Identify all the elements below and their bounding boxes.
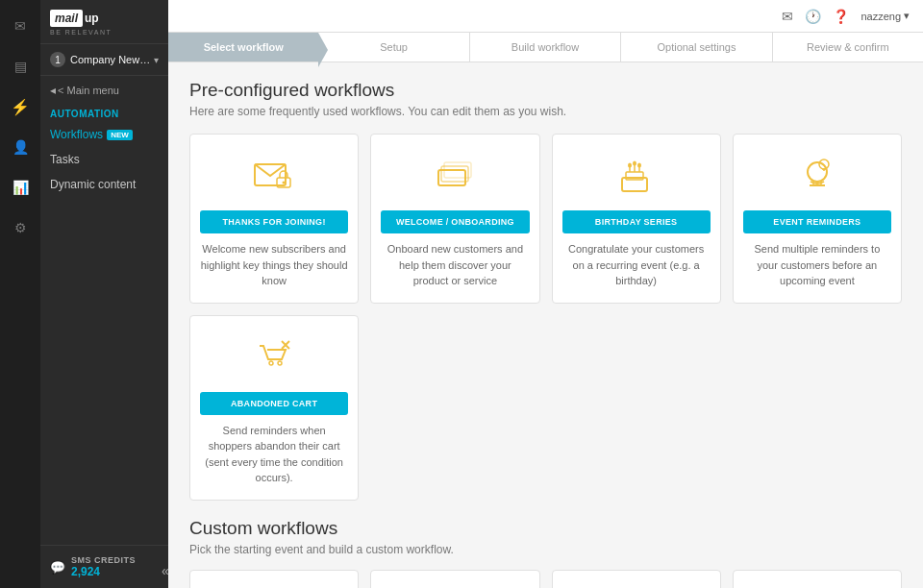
card-desc-cart: Send reminders when shoppers abandon the… bbox=[200, 423, 348, 486]
icon-user[interactable]: 👤 bbox=[0, 127, 40, 167]
user-name: nazzeng bbox=[861, 11, 901, 22]
icon-envelope[interactable]: ✉ bbox=[0, 6, 40, 46]
preconfigured-subtitle: Here are some frequently used workflows.… bbox=[189, 105, 902, 118]
card-icon-birthday bbox=[612, 148, 661, 201]
step-label-3: Build workflow bbox=[511, 41, 579, 53]
custom-card-date[interactable]: 31 bbox=[189, 570, 359, 589]
btn-event-reminders[interactable]: EVENT REMINDERS bbox=[743, 210, 891, 233]
custom-card-user-icon: ★ bbox=[615, 584, 658, 589]
svg-point-22 bbox=[278, 361, 282, 365]
company-name: Company Newsletter bbox=[70, 54, 154, 65]
top-bar: ✉ 🕐 ❓ nazzeng ▾ bbox=[168, 0, 923, 33]
user-menu[interactable]: nazzeng ▾ bbox=[861, 10, 910, 22]
card-desc-event: Send multiple reminders to your customer… bbox=[743, 241, 891, 289]
company-selector[interactable]: 1 Company Newsletter ▾ bbox=[40, 44, 168, 76]
icon-automation[interactable]: ⚡ bbox=[0, 86, 40, 127]
sidebar-item-dynamic[interactable]: Dynamic content bbox=[40, 172, 168, 197]
icon-chart[interactable]: 📊 bbox=[0, 167, 40, 208]
btn-thanks-for-joining[interactable]: THANKS FOR JOINING! bbox=[200, 210, 348, 233]
step-label-1: Select workflow bbox=[204, 41, 284, 53]
preconfigured-cards-row2: ABANDONED CART Send reminders when shopp… bbox=[189, 315, 902, 501]
step-review-confirm[interactable]: Review & confirm bbox=[773, 33, 923, 61]
sms-icon: 💬 bbox=[50, 560, 65, 575]
custom-card-email-event[interactable] bbox=[370, 570, 539, 589]
topbar-help-icon[interactable]: ❓ bbox=[833, 9, 849, 24]
icon-gear[interactable]: ⚙ bbox=[0, 208, 40, 248]
content-area: Pre-configured workflows Here are some f… bbox=[168, 62, 923, 588]
custom-card-user-event[interactable]: ★ bbox=[552, 570, 721, 589]
step-label-5: Review & confirm bbox=[807, 41, 889, 53]
svg-point-2 bbox=[283, 181, 286, 184]
topbar-envelope-icon[interactable]: ✉ bbox=[782, 9, 793, 24]
svg-point-12 bbox=[633, 160, 636, 165]
custom-card-group-event[interactable] bbox=[733, 570, 902, 589]
svg-point-14 bbox=[808, 162, 827, 182]
svg-point-21 bbox=[269, 361, 273, 365]
automation-section-label: AUTOMATION bbox=[40, 101, 168, 122]
card-thanks-for-joining: THANKS FOR JOINING! Welcome new subscrib… bbox=[189, 134, 359, 304]
card-icon-cart bbox=[250, 330, 298, 382]
user-chevron: ▾ bbox=[904, 10, 910, 22]
card-birthday-series: BIRTHDAY SERIES Congratulate your custom… bbox=[552, 134, 721, 304]
nav-main-menu[interactable]: ◂ < Main menu bbox=[40, 76, 168, 101]
custom-card-group-icon bbox=[796, 584, 838, 589]
sms-label: SMS CREDITS bbox=[71, 555, 136, 565]
workflows-badge: NEW bbox=[107, 130, 133, 140]
preconfigured-cards-row: THANKS FOR JOINING! Welcome new subscrib… bbox=[189, 134, 902, 304]
card-icon-thanks bbox=[250, 148, 298, 201]
step-select-workflow[interactable]: Select workflow bbox=[168, 33, 318, 61]
svg-point-13 bbox=[637, 162, 641, 167]
custom-title: Custom workflows bbox=[189, 518, 902, 539]
card-abandoned-cart: ABANDONED CART Send reminders when shopp… bbox=[189, 315, 359, 501]
card-icon-event bbox=[793, 148, 841, 201]
step-build-workflow[interactable]: Build workflow bbox=[470, 33, 621, 61]
logo-mail: mail bbox=[50, 10, 83, 27]
icon-strip: ✉ ▤ ⚡ 👤 📊 ⚙ bbox=[0, 0, 40, 588]
icon-file[interactable]: ▤ bbox=[0, 46, 40, 86]
custom-card-email-icon bbox=[434, 584, 476, 589]
collapse-sidebar-btn[interactable]: « bbox=[162, 563, 169, 578]
custom-subtitle: Pick the starting event and build a cust… bbox=[189, 543, 902, 556]
company-number: 1 bbox=[50, 52, 65, 67]
topbar-clock-icon[interactable]: 🕐 bbox=[805, 9, 821, 24]
custom-cards-row: 31 bbox=[189, 570, 902, 589]
step-label-2: Setup bbox=[380, 41, 408, 53]
sidebar-item-tasks[interactable]: Tasks bbox=[40, 147, 168, 172]
btn-abandoned-cart[interactable]: ABANDONED CART bbox=[200, 392, 348, 415]
svg-point-11 bbox=[628, 162, 632, 167]
sidebar-item-workflows[interactable]: Workflows NEW bbox=[40, 122, 168, 147]
card-desc-birthday: Congratulate your customers on a recurri… bbox=[562, 241, 711, 289]
step-optional-settings[interactable]: Optional settings bbox=[621, 33, 772, 61]
btn-welcome-onboarding[interactable]: WELCOME / ONBOARDING bbox=[381, 210, 529, 233]
card-desc-thanks: Welcome new subscribers and highlight ke… bbox=[200, 241, 348, 289]
card-event-reminders: EVENT REMINDERS Send multiple reminders … bbox=[733, 134, 902, 304]
card-welcome-onboarding: WELCOME / ONBOARDING Onboard new custome… bbox=[370, 134, 539, 304]
preconfigured-title: Pre-configured workflows bbox=[189, 80, 902, 101]
custom-card-date-icon: 31 bbox=[253, 584, 295, 589]
sms-credits-value: 2,924 bbox=[71, 565, 136, 578]
wizard-steps: Select workflow Setup Build workflow Opt… bbox=[168, 33, 923, 62]
card-desc-welcome: Onboard new customers and help them disc… bbox=[381, 241, 529, 289]
workflows-label: Workflows bbox=[50, 128, 103, 141]
main-menu-label: < Main menu bbox=[58, 85, 119, 96]
step-label-4: Optional settings bbox=[657, 41, 736, 53]
logo-up: up bbox=[85, 12, 99, 25]
card-icon-welcome bbox=[431, 148, 479, 201]
logo-area: mail up BE RELEVANT bbox=[40, 0, 168, 44]
btn-birthday-series[interactable]: BIRTHDAY SERIES bbox=[562, 210, 711, 233]
sms-credits-area: 💬 SMS CREDITS 2,924 bbox=[40, 545, 168, 588]
svg-rect-4 bbox=[441, 166, 468, 182]
step-setup[interactable]: Setup bbox=[318, 33, 469, 61]
logo-tagline: BE RELEVANT bbox=[50, 29, 159, 36]
company-chevron: ▾ bbox=[154, 55, 159, 65]
